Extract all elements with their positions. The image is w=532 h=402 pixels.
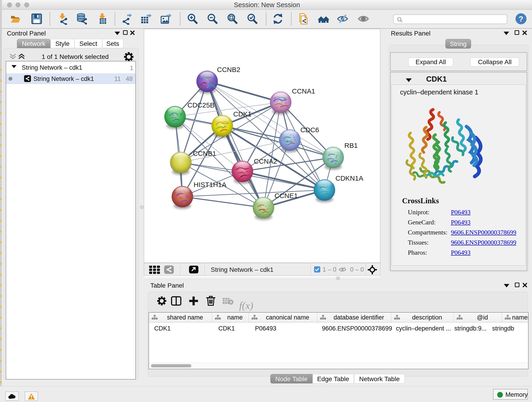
svg-text:CDKN1A: CDKN1A [336, 174, 363, 182]
svg-text:CCNB2: CCNB2 [217, 66, 240, 73]
svg-text:RB1: RB1 [344, 142, 358, 149]
svg-text:CDC25B: CDC25B [187, 101, 215, 109]
svg-text:CDK1: CDK1 [233, 110, 252, 118]
svg-text:CDC6: CDC6 [300, 126, 319, 134]
svg-text:CCNA1: CCNA1 [292, 87, 315, 95]
svg-text:CCNE1: CCNE1 [274, 192, 298, 199]
svg-text:CCNB1: CCNB1 [193, 150, 216, 157]
svg-text:HIST1H1A: HIST1H1A [194, 181, 226, 188]
svg-text:CCNA2: CCNA2 [254, 157, 277, 165]
